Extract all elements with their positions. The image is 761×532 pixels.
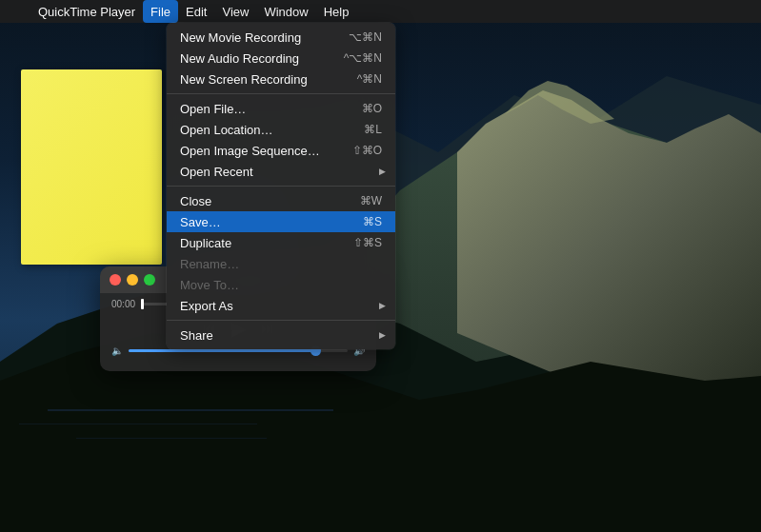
shortcut-duplicate: ⇧⌘S bbox=[353, 236, 382, 249]
shortcut-close: ⌘W bbox=[360, 194, 382, 207]
shortcut-open-image-seq: ⇧⌘O bbox=[352, 144, 382, 157]
shortcut-new-screen: ^⌘N bbox=[357, 72, 382, 86]
menubar-edit[interactable]: Edit bbox=[178, 0, 214, 23]
menu-item-save[interactable]: Save… ⌘S bbox=[167, 211, 395, 232]
svg-marker-5 bbox=[457, 90, 761, 381]
menu-item-move-to: Move To… bbox=[167, 274, 395, 295]
menu-item-duplicate[interactable]: Duplicate ⇧⌘S bbox=[167, 232, 395, 253]
qt-volume-slider[interactable] bbox=[129, 349, 348, 352]
volume-mute-icon[interactable]: 🔈 bbox=[111, 345, 123, 356]
menu-item-export-as[interactable]: Export As bbox=[167, 295, 395, 316]
sticky-note bbox=[21, 69, 162, 265]
menu-item-close[interactable]: Close ⌘W bbox=[167, 190, 395, 211]
shortcut-new-movie: ⌥⌘N bbox=[349, 30, 382, 44]
qt-time-start: 00:00 bbox=[111, 299, 135, 309]
apple-menu-icon[interactable] bbox=[8, 0, 27, 23]
menu-item-open-file[interactable]: Open File… ⌘O bbox=[167, 98, 395, 119]
separator-1 bbox=[167, 93, 395, 94]
qt-scrubber-thumb bbox=[141, 299, 144, 309]
menubar-window[interactable]: Window bbox=[256, 0, 315, 23]
separator-3 bbox=[167, 320, 395, 321]
close-button[interactable] bbox=[110, 274, 121, 286]
menu-item-open-image-sequence[interactable]: Open Image Sequence… ⇧⌘O bbox=[167, 140, 395, 161]
menubar-file[interactable]: File bbox=[143, 0, 178, 23]
menu-item-open-location[interactable]: Open Location… ⌘L bbox=[167, 119, 395, 140]
shortcut-open-file: ⌘O bbox=[362, 102, 382, 115]
separator-2 bbox=[167, 186, 395, 187]
file-dropdown-menu: New Movie Recording ⌥⌘N New Audio Record… bbox=[167, 23, 395, 349]
menubar-view[interactable]: View bbox=[214, 0, 256, 23]
menu-item-rename: Rename… bbox=[167, 253, 395, 274]
svg-rect-10 bbox=[76, 438, 267, 439]
menu-item-share[interactable]: Share bbox=[167, 325, 395, 345]
shortcut-save: ⌘S bbox=[363, 215, 382, 228]
qt-volume-fill bbox=[129, 349, 315, 352]
menu-item-new-movie-recording[interactable]: New Movie Recording ⌥⌘N bbox=[167, 27, 395, 48]
svg-rect-9 bbox=[19, 424, 257, 424]
shortcut-new-audio: ^⌥⌘N bbox=[344, 51, 382, 65]
menu-item-new-screen-recording[interactable]: New Screen Recording ^⌘N bbox=[167, 69, 395, 89]
menu-item-open-recent[interactable]: Open Recent bbox=[167, 161, 395, 182]
menu-item-new-audio-recording[interactable]: New Audio Recording ^⌥⌘N bbox=[167, 48, 395, 69]
shortcut-open-location: ⌘L bbox=[364, 123, 382, 136]
menubar-quicktime[interactable]: QuickTime Player bbox=[30, 0, 143, 23]
menubar-help[interactable]: Help bbox=[316, 0, 357, 23]
svg-rect-8 bbox=[48, 409, 333, 411]
menubar: QuickTime Player File Edit View Window H… bbox=[0, 0, 761, 23]
